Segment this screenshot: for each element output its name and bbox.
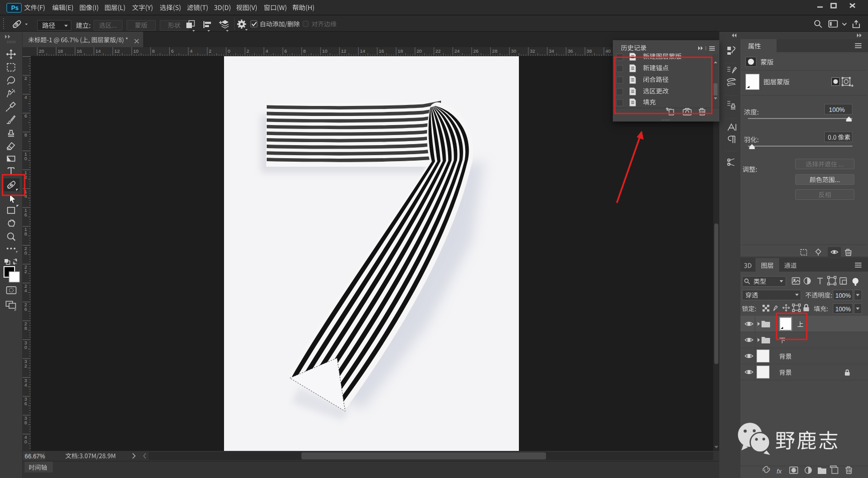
svg-text:12: 12: [115, 48, 120, 54]
svg-text:8: 8: [25, 132, 27, 138]
svg-text:2: 2: [25, 269, 27, 274]
svg-text:4: 4: [25, 193, 27, 199]
svg-text:12: 12: [341, 48, 347, 54]
svg-text:8: 8: [25, 420, 27, 425]
svg-text:8: 8: [303, 48, 306, 54]
svg-text:36: 36: [568, 48, 573, 54]
svg-text:0: 0: [228, 48, 230, 54]
svg-text:4: 4: [190, 48, 192, 54]
svg-text:0: 0: [25, 344, 27, 350]
svg-text:20: 20: [416, 48, 422, 54]
svg-text:32: 32: [530, 48, 535, 54]
svg-text:18: 18: [58, 48, 63, 54]
svg-text:16: 16: [76, 48, 82, 54]
svg-text:2: 2: [25, 75, 27, 81]
svg-text:0: 0: [25, 156, 27, 161]
svg-text:6: 6: [171, 48, 173, 54]
svg-text:2: 2: [25, 174, 27, 180]
svg-text:10: 10: [133, 48, 139, 54]
svg-text:22: 22: [436, 48, 441, 54]
svg-text:6: 6: [284, 48, 287, 54]
svg-text:6: 6: [25, 306, 27, 312]
svg-text:18: 18: [398, 48, 403, 54]
svg-text:40: 40: [605, 48, 611, 54]
svg-text:0: 0: [25, 439, 27, 444]
svg-text:28: 28: [492, 48, 498, 54]
svg-text:4: 4: [25, 94, 27, 100]
svg-text:8: 8: [25, 325, 27, 331]
svg-text:4: 4: [25, 288, 27, 293]
svg-text:14: 14: [95, 48, 101, 54]
svg-text:6: 6: [25, 212, 27, 217]
svg-text:20: 20: [39, 48, 44, 54]
svg-text:14: 14: [360, 48, 365, 54]
svg-text:0: 0: [25, 250, 27, 256]
svg-text:8: 8: [152, 48, 155, 54]
svg-text:24: 24: [454, 48, 460, 54]
svg-text:2: 2: [209, 48, 211, 54]
svg-text:10: 10: [322, 48, 328, 54]
svg-text:30: 30: [511, 48, 516, 54]
svg-text:2: 2: [25, 363, 27, 369]
svg-text:34: 34: [549, 48, 554, 54]
svg-text:4: 4: [265, 48, 268, 54]
svg-text:4: 4: [25, 382, 27, 388]
svg-text:16: 16: [379, 48, 384, 54]
svg-text:2: 2: [247, 48, 249, 54]
svg-text:6: 6: [25, 401, 27, 406]
svg-text:6: 6: [25, 113, 27, 118]
svg-text:26: 26: [473, 48, 479, 54]
svg-text:8: 8: [25, 231, 27, 236]
svg-text:38: 38: [587, 48, 592, 54]
